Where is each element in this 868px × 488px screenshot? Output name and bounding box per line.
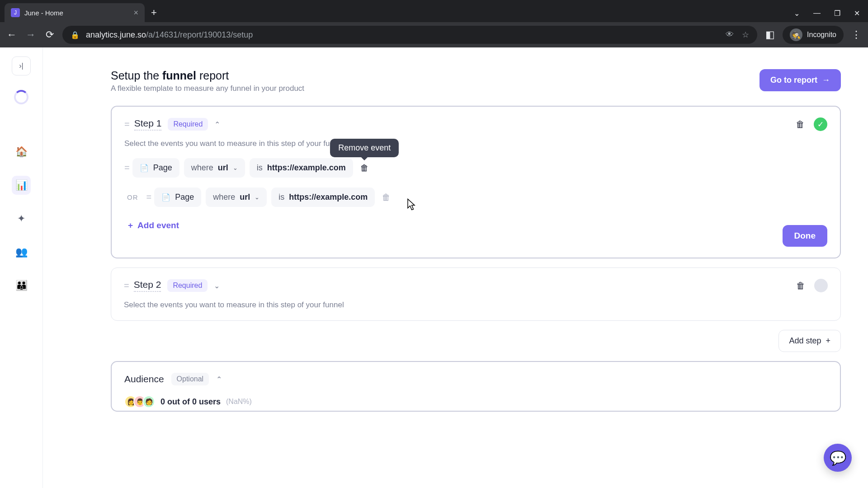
- incognito-badge[interactable]: 🕵 Incognito: [783, 26, 844, 44]
- chevron-down-icon: ⌄: [233, 164, 238, 171]
- loading-spinner: [14, 90, 28, 104]
- close-window-icon[interactable]: ✕: [854, 9, 860, 18]
- close-tab-icon[interactable]: ×: [133, 8, 138, 18]
- page-subtitle: A flexible template to measure any funne…: [111, 84, 304, 93]
- plus-icon: +: [128, 221, 133, 230]
- or-separator: OR: [127, 193, 138, 201]
- chat-icon: 💬: [830, 450, 846, 466]
- window-controls: ⌄ ― ❐ ✕: [786, 9, 868, 22]
- page-title: Setup the funnel report: [111, 69, 304, 82]
- audience-count: 0 out of 0 users: [160, 397, 221, 407]
- tab-title: June - Home: [24, 9, 63, 17]
- event-value-chip[interactable]: is https://example.com: [250, 158, 353, 178]
- step-1-card: = Step 1 Required ⌃ 🗑 ✓ Select the event…: [111, 106, 841, 258]
- back-button[interactable]: ←: [5, 29, 18, 41]
- add-step-button[interactable]: Add step +: [778, 330, 841, 352]
- audience-avatars: 👩 👨 🧑: [124, 395, 155, 408]
- favicon: J: [11, 8, 20, 17]
- forward-button[interactable]: →: [24, 29, 37, 41]
- step-description: Select the events you want to measure in…: [124, 300, 828, 310]
- nav-groups[interactable]: 👪: [12, 276, 31, 295]
- expand-step-icon[interactable]: ⌄: [214, 282, 220, 290]
- arrow-right-icon: →: [822, 75, 830, 85]
- step-name[interactable]: Step 1: [134, 118, 162, 131]
- collapse-audience-icon[interactable]: ⌃: [216, 375, 222, 384]
- extensions-icon[interactable]: ◧: [764, 29, 776, 41]
- chevron-down-icon[interactable]: ⌄: [794, 9, 800, 18]
- audience-card: Audience Optional ⌃ 👩 👨 🧑 0 out of 0 use…: [111, 361, 841, 412]
- browser-toolbar: ← → ⟳ 🔒 analytics.june.so/a/14631/report…: [0, 22, 868, 47]
- reload-button[interactable]: ⟳: [43, 29, 56, 41]
- new-tab-button[interactable]: +: [145, 7, 163, 22]
- remove-event-tooltip: Remove event: [330, 139, 399, 157]
- audience-percent: (NaN%): [226, 398, 252, 406]
- lock-icon: 🔒: [71, 31, 80, 39]
- drag-handle-icon[interactable]: =: [146, 192, 150, 202]
- event-row: = 📄 Page where url ⌄ is https://example.…: [124, 158, 827, 178]
- drag-handle-icon[interactable]: =: [124, 163, 128, 173]
- incognito-icon: 🕵: [790, 28, 802, 41]
- delete-step-button[interactable]: 🗑: [796, 119, 805, 130]
- page-icon: 📄: [140, 164, 149, 172]
- event-type-chip[interactable]: 📄 Page: [132, 158, 179, 178]
- drag-handle-icon[interactable]: =: [124, 119, 128, 130]
- event-field-chip[interactable]: where url ⌄: [184, 158, 245, 178]
- go-to-report-button[interactable]: Go to report →: [760, 69, 841, 91]
- kebab-menu-icon[interactable]: ⋮: [850, 29, 863, 41]
- bookmark-icon[interactable]: ☆: [742, 30, 749, 40]
- remove-event-button[interactable]: 🗑: [379, 192, 393, 202]
- required-badge: Required: [168, 118, 208, 131]
- page-icon: 📄: [161, 193, 170, 202]
- event-field-chip[interactable]: where url ⌄: [206, 188, 267, 207]
- collapse-step-icon[interactable]: ⌃: [214, 120, 220, 129]
- main-content: Setup the funnel report A flexible templ…: [43, 47, 868, 488]
- eye-off-icon[interactable]: 👁: [726, 30, 734, 40]
- step-name[interactable]: Step 2: [134, 279, 161, 292]
- event-value-chip[interactable]: is https://example.com: [271, 188, 375, 207]
- plus-icon: +: [826, 336, 830, 346]
- maximize-icon[interactable]: ❐: [834, 9, 840, 18]
- event-row: OR = 📄 Page where url ⌄ is https://examp…: [124, 188, 827, 207]
- step-2-card: = Step 2 Required ⌄ 🗑 Select the events …: [111, 267, 841, 321]
- done-button[interactable]: Done: [783, 225, 828, 247]
- nav-home[interactable]: 🏠: [12, 142, 31, 161]
- step-description: Select the events you want to measure in…: [124, 139, 827, 148]
- nav-users[interactable]: 👥: [12, 243, 31, 262]
- incognito-label: Incognito: [807, 31, 836, 39]
- browser-tabstrip: J June - Home × + ⌄ ― ❐ ✕: [0, 0, 868, 22]
- address-bar[interactable]: 🔒 analytics.june.so/a/14631/report/19001…: [62, 26, 757, 44]
- event-type-chip[interactable]: 📄 Page: [154, 188, 201, 207]
- url-host: analytics.june.so/a/14631/report/190013/…: [86, 30, 253, 40]
- step-incomplete-icon: [814, 279, 828, 292]
- delete-step-button[interactable]: 🗑: [796, 281, 805, 291]
- browser-tab[interactable]: J June - Home ×: [5, 3, 145, 22]
- nav-reports[interactable]: 📊: [12, 176, 31, 195]
- help-fab[interactable]: 💬: [824, 444, 852, 472]
- required-badge: Required: [167, 279, 208, 292]
- add-event-button[interactable]: + Add event: [128, 221, 827, 230]
- step-valid-icon: ✓: [814, 117, 827, 131]
- chevron-down-icon: ⌄: [255, 194, 259, 201]
- audience-title: Audience: [124, 374, 164, 385]
- collapse-sidebar-button[interactable]: ›|: [12, 56, 31, 75]
- minimize-icon[interactable]: ―: [813, 9, 821, 18]
- drag-handle-icon[interactable]: =: [124, 281, 127, 291]
- sidebar: ›| 🏠 📊 ✦ 👥 👪: [0, 47, 43, 488]
- optional-badge: Optional: [171, 373, 209, 385]
- remove-event-button[interactable]: 🗑: [358, 163, 372, 173]
- nav-events[interactable]: ✦: [12, 209, 31, 228]
